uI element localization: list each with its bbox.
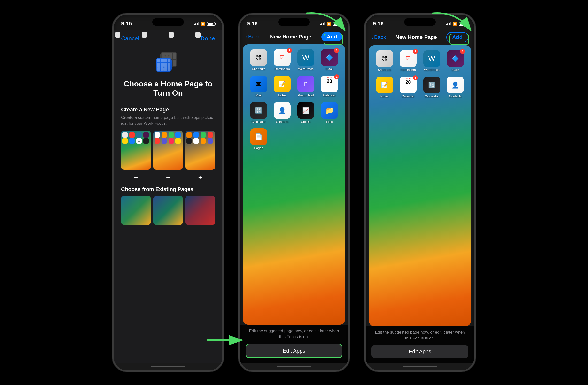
app-mail-2[interactable]: ✉ Mail — [248, 76, 269, 97]
app-calculator-2[interactable]: 🔢 Calculator — [248, 102, 269, 123]
wordpress-label-3: WordPress — [424, 68, 440, 72]
mail-label-2: Mail — [256, 93, 262, 97]
plus-row: + + + — [121, 174, 215, 181]
slack-label-2: Slack — [325, 67, 333, 71]
time-1: 9:15 — [121, 20, 132, 27]
notes-label-3: Notes — [380, 94, 389, 98]
slack-badge-2: 1 — [334, 48, 339, 53]
calculator-label-3: Calculator — [424, 94, 439, 98]
slack-label-3: Slack — [451, 68, 459, 72]
app-calendar-3[interactable]: MON 20 1 Calendar — [398, 77, 419, 98]
thumb-3[interactable] — [185, 131, 215, 170]
app-slack-3[interactable]: 🔷 1 Slack — [445, 50, 466, 72]
status-icons-2: 📶 — [320, 21, 341, 26]
app-shortcuts-3[interactable]: ⌘ Shortcuts — [374, 50, 395, 72]
app-notes-3[interactable]: 📝 Notes — [374, 77, 395, 98]
icon-front — [156, 58, 172, 72]
create-section-title: Create a New Page — [121, 106, 215, 113]
thumb-1[interactable]: 20 — [121, 131, 151, 170]
bottom-bar-2: Edit the suggested page now, or edit it … — [240, 325, 348, 363]
apps-grid-2: ⌘ Shortcuts ☑ 1 Reminders W WordPress — [248, 49, 340, 150]
plus-3[interactable]: + — [185, 174, 215, 181]
phone-1: 9:15 📶 Cancel Done — [112, 13, 224, 372]
dynamic-island-1 — [152, 18, 184, 26]
app-wordpress-2[interactable]: W WordPress — [295, 49, 316, 71]
phone3-screen: ⌘ Shortcuts ☑ 1 Reminders W WordPress — [369, 45, 471, 326]
plus-2[interactable]: + — [153, 174, 183, 181]
calendar-icon-2: MON 20 1 — [321, 76, 338, 93]
contacts-label-3: Contacts — [449, 94, 462, 98]
app-pages-2[interactable]: 📄 Pages — [248, 128, 269, 150]
wifi-icon-1: 📶 — [201, 21, 205, 26]
slack-icon-2: 🔷 1 — [321, 49, 338, 66]
calendar-badge-3: 1 — [413, 75, 418, 80]
calculator-icon-3: 🔢 — [423, 77, 440, 93]
notes-label-2: Notes — [278, 93, 286, 97]
bottom-bar-3: Edit the suggested page now, or edit it … — [366, 326, 474, 363]
shortcuts-icon-3: ⌘ — [376, 50, 393, 67]
choose-icon — [153, 49, 183, 73]
slack-badge-3: 1 — [460, 49, 465, 54]
wordpress-icon-3: W — [423, 50, 440, 67]
app-protonmail-2[interactable]: P Proton Mail — [295, 76, 316, 97]
app-stocks-2[interactable]: 📈 Stocks — [295, 102, 316, 123]
back-button-3[interactable]: ‹ Back — [372, 34, 386, 41]
home-indicator-1 — [114, 363, 222, 370]
thumb-2[interactable] — [153, 131, 183, 170]
pages-label-2: Pages — [254, 146, 263, 150]
back-button-2[interactable]: ‹ Back — [246, 34, 260, 40]
calendar-label-3: Calendar — [402, 94, 415, 98]
create-section-desc: Create a custom home page built with app… — [121, 115, 215, 126]
wordpress-label-2: WordPress — [298, 67, 314, 71]
app-reminders-3[interactable]: ☑ 1 Reminders — [398, 50, 419, 72]
app-files-2[interactable]: 📁 Files — [319, 102, 340, 123]
existing-thumb-1[interactable] — [121, 196, 151, 225]
reminders-icon-3: ☑ 1 — [399, 50, 417, 67]
signal-icon-3 — [446, 22, 451, 25]
app-shortcuts-2[interactable]: ⌘ Shortcuts — [248, 49, 269, 71]
reminders-label-2: Reminders — [275, 67, 290, 71]
phone2-screen: ⌘ Shortcuts ☑ 1 Reminders W WordPress — [243, 44, 345, 325]
page-thumbnails: 20 — [121, 131, 215, 170]
calculator-icon-2: 🔢 — [250, 102, 267, 119]
chevron-icon-3: ‹ — [372, 35, 373, 40]
existing-thumb-2[interactable] — [153, 196, 183, 225]
app-reminders-2[interactable]: ☑ 1 Reminders — [272, 49, 293, 71]
battery-icon-3 — [459, 22, 467, 26]
protonmail-label-2: Proton Mail — [298, 93, 314, 97]
edit-apps-button-2[interactable]: Edit Apps — [246, 344, 342, 358]
plus-1[interactable]: + — [121, 174, 151, 181]
edit-apps-button-3[interactable]: Edit Apps — [372, 345, 468, 358]
chevron-icon-2: ‹ — [246, 34, 247, 40]
phone1-content: Cancel Done — [114, 30, 222, 363]
app-calculator-3[interactable]: 🔢 Calculator — [421, 77, 442, 98]
app-contacts-3[interactable]: 👤 Contacts — [445, 77, 466, 98]
existing-thumbnails — [121, 196, 215, 225]
app-notes-2[interactable]: 📝 Notes — [272, 76, 293, 97]
bottom-text-2: Edit the suggested page now, or edit it … — [246, 328, 342, 340]
phone-3: 9:16 📶 ‹ Back New Home Page Add — [364, 13, 476, 372]
mail-icon-2: ✉ — [250, 76, 267, 93]
page-title-1: Choose a Home Page to Turn On — [121, 79, 215, 98]
calculator-label-2: Calculator — [251, 120, 266, 123]
calendar-label-2: Calendar — [323, 93, 336, 97]
home-indicator-3 — [366, 363, 474, 370]
app-calendar-2[interactable]: MON 20 1 Calendar — [319, 76, 340, 97]
nav-title-2: New Home Page — [270, 34, 312, 40]
wifi-icon-2: 📶 — [327, 21, 331, 26]
status-icons-3: 📶 — [446, 21, 467, 26]
bottom-text-3: Edit the suggested page now, or edit it … — [372, 329, 468, 341]
existing-thumb-3[interactable] — [185, 196, 215, 225]
reminders-icon-2: ☑ 1 — [274, 49, 291, 66]
app-contacts-2[interactable]: 👤 Contacts — [272, 102, 293, 123]
app-slack-2[interactable]: 🔷 1 Slack — [319, 49, 340, 71]
app-wordpress-3[interactable]: W WordPress — [421, 50, 442, 72]
stocks-icon-2: 📈 — [297, 102, 314, 119]
shortcuts-label-3: Shortcuts — [378, 68, 391, 72]
signal-icon-1 — [194, 22, 199, 25]
phone-3-wrapper: 9:16 📶 ‹ Back New Home Page Add — [364, 13, 476, 372]
notes-icon-3: 📝 — [376, 77, 393, 93]
contacts-label-2: Contacts — [276, 120, 288, 123]
stocks-label-2: Stocks — [301, 120, 311, 123]
wordpress-icon-2: W — [297, 49, 314, 66]
